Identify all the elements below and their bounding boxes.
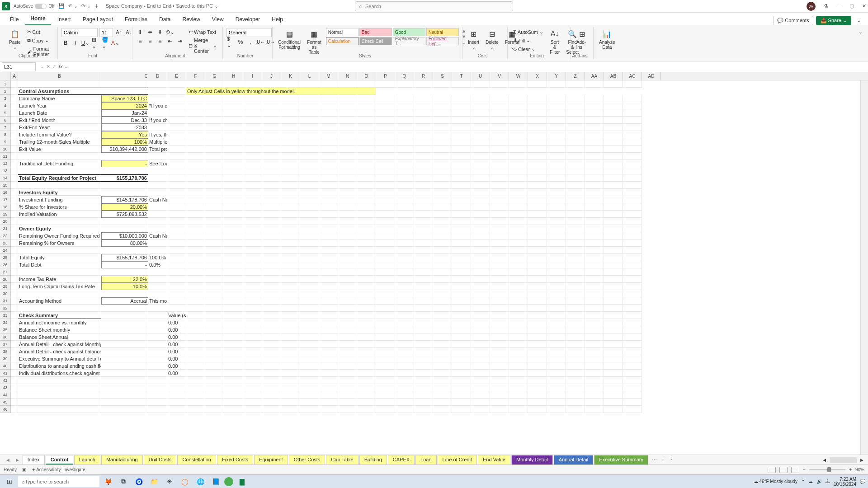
cell[interactable]	[547, 232, 566, 239]
cell[interactable]	[547, 196, 566, 203]
cell[interactable]	[547, 276, 566, 283]
cell[interactable]	[414, 268, 433, 276]
cell[interactable]	[452, 268, 471, 276]
cell[interactable]	[471, 239, 490, 247]
cell[interactable]	[509, 131, 528, 138]
cell[interactable]	[338, 384, 357, 391]
cell[interactable]	[623, 80, 642, 88]
cell[interactable]	[452, 276, 471, 283]
cell[interactable]	[490, 326, 509, 333]
cell[interactable]	[452, 333, 471, 341]
cell[interactable]	[623, 283, 642, 290]
cell[interactable]	[243, 80, 262, 88]
cell[interactable]	[319, 348, 338, 355]
cell[interactable]	[414, 232, 433, 239]
cell[interactable]	[357, 109, 376, 117]
cell[interactable]	[186, 384, 205, 391]
cell[interactable]	[148, 88, 167, 95]
cell[interactable]	[566, 399, 585, 406]
cell[interactable]	[262, 290, 281, 297]
cell[interactable]	[471, 391, 490, 399]
cell[interactable]	[357, 297, 376, 305]
cell[interactable]	[319, 153, 338, 160]
cell[interactable]	[243, 348, 262, 355]
cell[interactable]	[243, 247, 262, 254]
cell[interactable]	[471, 232, 490, 239]
cell[interactable]	[11, 333, 18, 341]
col-header[interactable]: G	[205, 72, 224, 80]
cell[interactable]	[547, 305, 566, 312]
col-header[interactable]: V	[490, 72, 509, 80]
cell[interactable]	[262, 153, 281, 160]
cell[interactable]	[414, 239, 433, 247]
cell[interactable]: 2033	[101, 124, 148, 131]
cell[interactable]	[186, 124, 205, 131]
cell[interactable]	[395, 225, 414, 232]
cell[interactable]	[11, 290, 18, 297]
cell[interactable]	[101, 333, 148, 341]
cell[interactable]	[262, 399, 281, 406]
cell[interactable]	[604, 174, 623, 182]
cell[interactable]	[281, 80, 300, 88]
comma-icon[interactable]: ,	[246, 38, 255, 46]
cell[interactable]	[186, 189, 205, 196]
sort-filter-button[interactable]: A↓Sort & Filter	[548, 28, 561, 56]
cell[interactable]	[319, 370, 338, 377]
cell[interactable]	[528, 290, 547, 297]
cell[interactable]	[528, 312, 547, 319]
cell[interactable]	[18, 247, 101, 254]
cell[interactable]	[509, 312, 528, 319]
cell[interactable]	[395, 211, 414, 218]
cell[interactable]	[376, 145, 395, 153]
cell[interactable]	[376, 153, 395, 160]
cell[interactable]	[414, 160, 433, 167]
cell[interactable]	[205, 333, 224, 341]
cell[interactable]	[205, 319, 224, 326]
cell[interactable]	[528, 319, 547, 326]
taskbar-app[interactable]: 📘	[209, 476, 222, 488]
cell[interactable]: Value (should be 0.00)	[167, 312, 186, 319]
cell[interactable]	[528, 211, 547, 218]
cell[interactable]	[585, 117, 604, 124]
cell[interactable]	[357, 153, 376, 160]
cell[interactable]	[566, 297, 585, 305]
cell[interactable]	[414, 370, 433, 377]
cell[interactable]	[604, 355, 623, 362]
cell[interactable]	[490, 218, 509, 225]
cell[interactable]	[376, 283, 395, 290]
cell[interactable]	[471, 406, 490, 413]
cell[interactable]	[376, 124, 395, 131]
cell[interactable]	[528, 384, 547, 391]
cell[interactable]	[471, 305, 490, 312]
cell[interactable]	[205, 261, 224, 268]
align-right-icon[interactable]: ≡	[156, 37, 164, 45]
col-header[interactable]: E	[167, 72, 186, 80]
cell[interactable]	[243, 370, 262, 377]
cell[interactable]	[357, 138, 376, 145]
cell[interactable]	[414, 297, 433, 305]
cell[interactable]	[414, 218, 433, 225]
cell[interactable]	[281, 225, 300, 232]
cell[interactable]	[433, 189, 452, 196]
cell[interactable]	[433, 138, 452, 145]
cell[interactable]	[623, 145, 642, 153]
cell[interactable]	[585, 160, 604, 167]
cell[interactable]	[509, 276, 528, 283]
cell[interactable]	[433, 326, 452, 333]
cell[interactable]	[11, 283, 18, 290]
cell[interactable]	[148, 362, 167, 370]
cell[interactable]	[101, 218, 148, 225]
cell[interactable]	[148, 384, 167, 391]
cell[interactable]	[186, 319, 205, 326]
cell[interactable]	[433, 174, 452, 182]
cell[interactable]	[376, 370, 395, 377]
cell[interactable]	[395, 95, 414, 102]
cell[interactable]	[585, 261, 604, 268]
row-header[interactable]: 23	[0, 239, 11, 247]
cell[interactable]	[300, 95, 319, 102]
cell[interactable]	[604, 268, 623, 276]
cell[interactable]	[262, 189, 281, 196]
cell[interactable]: Total Debt	[18, 261, 101, 268]
cell[interactable]	[11, 348, 18, 355]
comments-button[interactable]: 💬 Comments	[773, 16, 813, 25]
